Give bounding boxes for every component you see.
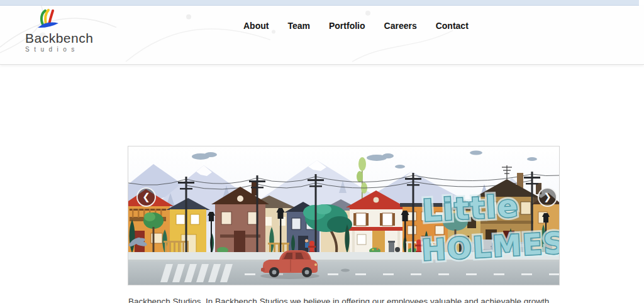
brand-name: Backbench <box>25 31 93 45</box>
carousel-illustration: Little HOLMES Little HOLMES <box>128 146 559 285</box>
nav-item-team[interactable]: Team <box>287 21 310 31</box>
main-nav: About Team Portfolio Careers Contact <box>243 21 469 31</box>
carousel-next-button[interactable]: ❯ <box>538 187 557 207</box>
intro-paragraph: Backbench Studios. In Backbench Studios … <box>128 295 560 303</box>
nav-item-careers[interactable]: Careers <box>384 21 417 31</box>
pedestrian <box>305 239 308 252</box>
carousel-title-line2: HOLMES <box>421 226 559 267</box>
chevron-left-icon: ❮ <box>142 191 150 202</box>
nav-item-contact[interactable]: Contact <box>436 21 469 31</box>
carousel-prev-button[interactable]: ❮ <box>136 187 156 207</box>
window-top-strip <box>0 0 639 6</box>
header-background-pattern <box>0 6 644 64</box>
brand-subtitle: Studios <box>25 46 93 53</box>
brand-logo-icon <box>35 8 60 31</box>
nav-item-about[interactable]: About <box>243 21 269 31</box>
chevron-right-icon: ❯ <box>543 191 552 202</box>
carousel-title-line1: Little <box>421 188 520 228</box>
nav-item-portfolio[interactable]: Portfolio <box>329 21 365 31</box>
brand-logo[interactable]: Backbench Studios <box>25 8 93 53</box>
site-header: Backbench Studios About Team Portfolio C… <box>0 6 644 65</box>
carousel: Little HOLMES Little HOLMES ❮ ❯ <box>128 146 560 285</box>
